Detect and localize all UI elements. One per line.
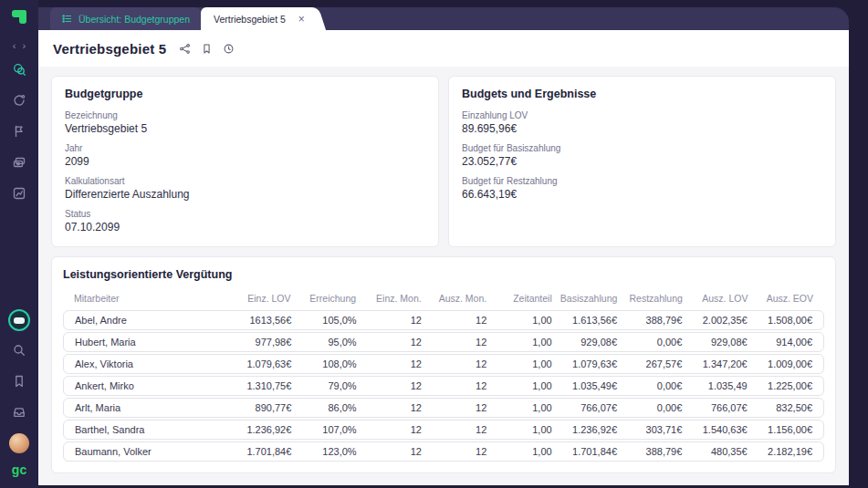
field-value: 66.643,19€ <box>462 188 822 201</box>
table-cell: 1,00 <box>486 337 551 348</box>
table-cell: 105,0% <box>291 315 356 326</box>
table-cell: 1,00 <box>486 380 551 391</box>
lov-table-card: Leistungsorientierte Vergütung Mitarbeit… <box>51 256 836 473</box>
table-cell: 12 <box>422 446 486 457</box>
flag-icon[interactable] <box>7 119 31 143</box>
table-cell: 1,00 <box>486 446 551 457</box>
tab-label: Vertriebsgebiet 5 <box>214 14 286 25</box>
table-cell: 1.156,00€ <box>748 424 812 435</box>
field-value: Vertriebsgebiet 5 <box>65 122 425 135</box>
table-cell: 1.701,84€ <box>226 446 291 457</box>
table-header-cell: Basiszahlung <box>552 293 618 304</box>
table-header-cell: Erreichung <box>291 293 357 304</box>
table-cell: 2.182,19€ <box>748 446 812 457</box>
table-row[interactable]: Abel, Andre1613,56€105,0%12121,001.613,5… <box>63 310 824 330</box>
tab-uebersicht-budgetgruppen[interactable]: Übersicht: Budgetgruppen <box>50 7 201 30</box>
table-cell: 1.225,00€ <box>748 380 812 391</box>
close-icon[interactable]: × <box>298 13 305 26</box>
table-cell: 766,07€ <box>552 402 617 413</box>
chevron-right-icon[interactable]: › <box>23 41 26 50</box>
table-cell-mitarbeiter: Barthel, Sandra <box>75 424 226 435</box>
table-row[interactable]: Alex, Viktoria1.079,63€108,0%12121,001.0… <box>63 354 824 374</box>
table-row[interactable]: Hubert, Maria977,98€95,0%12121,00929,08€… <box>63 332 824 352</box>
table-row[interactable]: Ankert, Mirko1.310,75€79,0%12121,001.035… <box>63 376 824 396</box>
field-status: Status 07.10.2099 <box>65 209 425 234</box>
cash-notes-icon[interactable] <box>7 151 31 174</box>
table-row[interactable]: Arlt, Maria890,77€86,0%12121,00766,07€0,… <box>63 398 824 418</box>
table-cell: 267,57€ <box>617 358 682 369</box>
table-cell: 12 <box>422 424 486 435</box>
app-logo-icon[interactable] <box>9 6 29 26</box>
table-cell: 12 <box>422 337 486 348</box>
table-cell: 12 <box>422 315 486 326</box>
table-cell-mitarbeiter: Abel, Andre <box>75 315 226 326</box>
table-cell: 1,00 <box>486 315 551 326</box>
assistant-avatar[interactable] <box>8 309 30 331</box>
table-cell: 388,79€ <box>617 315 682 326</box>
field-einzahlung-lov: Einzahlung LOV 89.695,96€ <box>462 110 822 135</box>
table-cell: 123,0% <box>291 446 356 457</box>
table-cell: 977,98€ <box>226 337 291 348</box>
field-value: 2099 <box>65 155 425 168</box>
table-title: Leistungsorientierte Vergütung <box>63 268 824 281</box>
sidebar: ‹ › gc <box>0 0 38 488</box>
table-row[interactable]: Baumann, Volker1.701,84€123,0%12121,001.… <box>63 441 824 462</box>
budgetgruppen-module-icon[interactable] <box>7 57 31 81</box>
share-icon[interactable] <box>179 43 191 55</box>
table-header-cell: Ausz. Mon. <box>422 293 487 304</box>
field-label: Bezeichnung <box>65 110 425 120</box>
table-cell: 107,0% <box>291 424 356 435</box>
table-cell: 303,71€ <box>617 424 682 435</box>
field-budget-restzahlung: Budget für Restzahlung 66.643,19€ <box>462 176 822 201</box>
table-cell: 0,00€ <box>617 337 682 348</box>
table-cell: 1.079,63€ <box>552 358 617 369</box>
field-value: Differenzierte Auszahlung <box>65 188 425 201</box>
bookmark-icon[interactable] <box>7 369 31 393</box>
table-body: Abel, Andre1613,56€105,0%12121,001.613,5… <box>63 310 824 462</box>
page-header: Vertriebsgebiet 5 <box>38 30 849 67</box>
table-cell-mitarbeiter: Baumann, Volker <box>75 446 226 457</box>
table-cell: 1.310,75€ <box>226 380 291 391</box>
field-label: Kalkulationsart <box>65 176 425 186</box>
field-bezeichnung: Bezeichnung Vertriebsgebiet 5 <box>65 110 425 135</box>
inbox-icon[interactable] <box>7 400 31 424</box>
table-cell: 12 <box>357 315 422 326</box>
table-cell: 95,0% <box>291 337 356 348</box>
sync-loop-icon[interactable] <box>7 88 31 112</box>
bookmark-icon[interactable] <box>201 43 213 55</box>
chart-box-icon[interactable] <box>7 182 31 205</box>
table-cell: 890,77€ <box>226 402 291 413</box>
table-cell: 388,79€ <box>617 446 682 457</box>
table-header-cell: Ausz. LOV <box>683 293 748 304</box>
field-value: 89.695,96€ <box>462 122 822 135</box>
brand-logo-text[interactable]: gc <box>12 462 26 477</box>
sidebar-collapse-controls: ‹ › <box>13 41 26 50</box>
table-cell: 1.035,49 <box>682 380 747 391</box>
table-row[interactable]: Barthel, Sandra1.236,92€107,0%12121,001.… <box>63 420 824 440</box>
table-cell: 12 <box>422 380 486 391</box>
table-header-cell: Einz. LOV <box>225 293 291 304</box>
table-header-cell: Restzahlung <box>617 293 683 304</box>
field-value: 23.052,77€ <box>462 155 822 168</box>
tab-vertriebsgebiet-5[interactable]: Vertriebsgebiet 5 × <box>201 7 310 30</box>
table-cell: 86,0% <box>291 402 356 413</box>
chevron-left-icon[interactable]: ‹ <box>13 41 16 50</box>
table-cell: 1.508,00€ <box>748 315 812 326</box>
table-cell: 1.540,63€ <box>682 424 747 435</box>
table-cell: 480,35€ <box>682 446 747 457</box>
table-cell: 929,08€ <box>682 337 747 348</box>
field-value: 07.10.2099 <box>65 221 425 234</box>
table-cell: 12 <box>357 402 422 413</box>
table-cell: 1.079,63€ <box>226 358 291 369</box>
budgetgruppe-card: Budgetgruppe Bezeichnung Vertriebsgebiet… <box>51 76 439 247</box>
history-clock-icon[interactable] <box>223 43 235 55</box>
table-cell: 1613,56€ <box>226 315 291 326</box>
table-header-row: MitarbeiterEinz. LOVErreichungEinz. Mon.… <box>63 293 824 310</box>
list-icon <box>61 13 73 25</box>
table-cell-mitarbeiter: Arlt, Maria <box>75 402 226 413</box>
table-cell: 108,0% <box>291 358 356 369</box>
table-cell: 832,50€ <box>748 402 812 413</box>
search-icon[interactable] <box>7 338 31 362</box>
user-avatar[interactable] <box>9 433 29 453</box>
table-cell: 1.236,92€ <box>226 424 291 435</box>
